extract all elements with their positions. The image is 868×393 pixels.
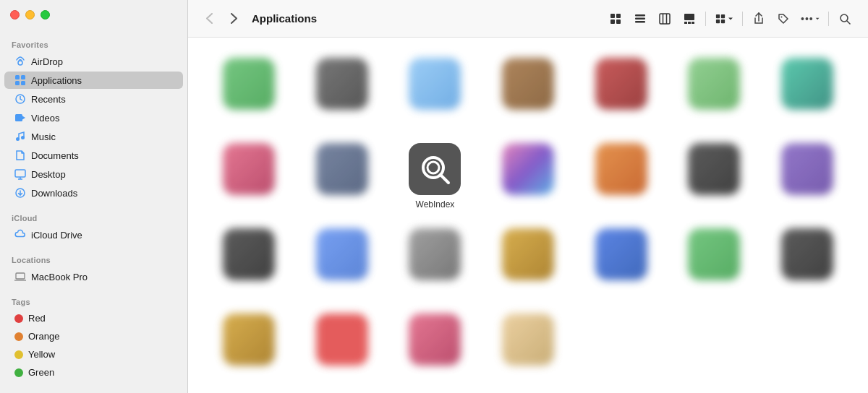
close-button[interactable]	[10, 10, 20, 20]
documents-icon	[14, 150, 26, 161]
search-button[interactable]	[833, 8, 856, 30]
sidebar-item-desktop[interactable]: Desktop	[4, 165, 183, 183]
sidebar-item-recents[interactable]: Recents	[4, 90, 183, 108]
app-icon-blurred	[409, 58, 461, 110]
app-item[interactable]	[577, 223, 665, 302]
svg-rect-30	[692, 22, 694, 24]
documents-label: Documents	[31, 150, 79, 161]
svg-rect-3	[15, 81, 20, 85]
svg-rect-23	[635, 21, 645, 23]
sidebar-item-videos[interactable]: Videos	[4, 109, 183, 126]
webindex-label: WebIndex	[416, 199, 455, 210]
app-item[interactable]	[763, 52, 851, 131]
app-item[interactable]	[485, 137, 572, 217]
more-actions-button[interactable]: •••	[796, 8, 824, 30]
app-item[interactable]	[485, 308, 572, 387]
sidebar: Favorites AirDrop Applications	[0, 0, 188, 393]
svg-rect-24	[660, 14, 670, 24]
app-item[interactable]	[299, 137, 386, 217]
app-icon-blurred	[688, 143, 740, 195]
sidebar-item-airdrop[interactable]: AirDrop	[4, 53, 183, 70]
sidebar-item-tag-orange[interactable]: Orange	[4, 328, 183, 345]
icloud-icon	[14, 229, 26, 241]
svg-marker-7	[22, 116, 25, 120]
app-item[interactable]	[577, 137, 665, 217]
app-item[interactable]	[391, 52, 479, 131]
tag-orange-label: Orange	[28, 331, 59, 342]
desktop-icon	[14, 168, 26, 180]
app-item[interactable]	[671, 223, 758, 302]
app-icon-blurred	[595, 143, 647, 195]
sidebar-item-downloads[interactable]: Downloads	[4, 184, 183, 202]
icloud-label: iCloud	[0, 208, 187, 225]
app-icon-blurred	[781, 143, 833, 195]
desktop-label: Desktop	[31, 169, 66, 180]
airdrop-icon	[14, 56, 26, 67]
app-icon-blurred	[223, 143, 275, 195]
app-icon-blurred	[595, 228, 647, 280]
app-item[interactable]	[299, 52, 386, 131]
videos-label: Videos	[31, 113, 60, 124]
app-item[interactable]	[485, 52, 572, 131]
app-item[interactable]: WebIndex	[391, 137, 479, 217]
svg-rect-18	[616, 14, 621, 18]
svg-point-9	[21, 136, 25, 139]
sidebar-item-music[interactable]: Music	[4, 128, 183, 145]
svg-rect-33	[715, 19, 719, 22]
sidebar-item-macbook-pro[interactable]: MacBook Pro	[4, 268, 183, 285]
app-item[interactable]	[205, 137, 293, 217]
sidebar-item-tag-red[interactable]: Red	[4, 310, 183, 327]
app-item[interactable]	[763, 223, 851, 302]
fullscreen-button[interactable]	[41, 10, 50, 20]
app-item[interactable]	[299, 308, 386, 387]
view-grid-button[interactable]	[604, 8, 627, 30]
toolbar: Applications	[188, 0, 868, 38]
back-button[interactable]	[200, 9, 218, 28]
svg-point-40	[427, 162, 439, 173]
app-item[interactable]	[205, 308, 293, 387]
toolbar-actions: •••	[604, 8, 856, 30]
app-item[interactable]	[763, 137, 851, 217]
app-item[interactable]	[205, 52, 293, 131]
recents-icon	[14, 93, 26, 105]
svg-rect-20	[616, 20, 621, 24]
sidebar-item-tag-green[interactable]: Green	[4, 364, 183, 381]
videos-icon	[14, 112, 26, 124]
sidebar-item-documents[interactable]: Documents	[4, 147, 183, 164]
view-columns-button[interactable]	[653, 8, 676, 30]
view-gallery-button[interactable]	[678, 8, 701, 30]
group-button[interactable]	[710, 8, 738, 30]
minimize-button[interactable]	[25, 10, 35, 20]
music-label: Music	[31, 131, 56, 142]
forward-button[interactable]	[224, 9, 243, 28]
app-item[interactable]	[205, 223, 293, 302]
app-icon-blurred	[316, 58, 368, 110]
toolbar-title: Applications	[252, 12, 598, 25]
svg-rect-28	[684, 22, 687, 24]
applications-label: Applications	[31, 75, 82, 86]
laptop-icon	[14, 271, 26, 282]
view-list-button[interactable]	[629, 8, 652, 30]
app-item[interactable]	[485, 223, 572, 302]
locations-label: Locations	[0, 250, 187, 267]
app-icon-blurred	[502, 58, 554, 110]
tag-green-dot	[14, 368, 23, 377]
app-item[interactable]	[299, 223, 386, 302]
favorites-label: Favorites	[0, 35, 187, 52]
airdrop-label: AirDrop	[31, 56, 63, 67]
sidebar-item-applications[interactable]: Applications	[4, 72, 183, 89]
svg-rect-2	[21, 75, 25, 79]
sidebar-item-icloud-drive[interactable]: iCloud Drive	[4, 226, 183, 243]
app-item[interactable]	[391, 223, 479, 302]
tag-red-label: Red	[28, 313, 46, 324]
app-icon-blurred	[316, 143, 368, 195]
share-button[interactable]	[747, 8, 770, 30]
sidebar-item-tag-yellow[interactable]: Yellow	[4, 346, 183, 363]
app-item[interactable]	[671, 137, 758, 217]
svg-point-8	[16, 137, 20, 141]
svg-rect-15	[16, 273, 25, 279]
app-item[interactable]	[391, 308, 479, 387]
app-item[interactable]	[671, 52, 758, 131]
tag-button[interactable]	[772, 8, 795, 30]
app-item[interactable]	[577, 52, 665, 131]
